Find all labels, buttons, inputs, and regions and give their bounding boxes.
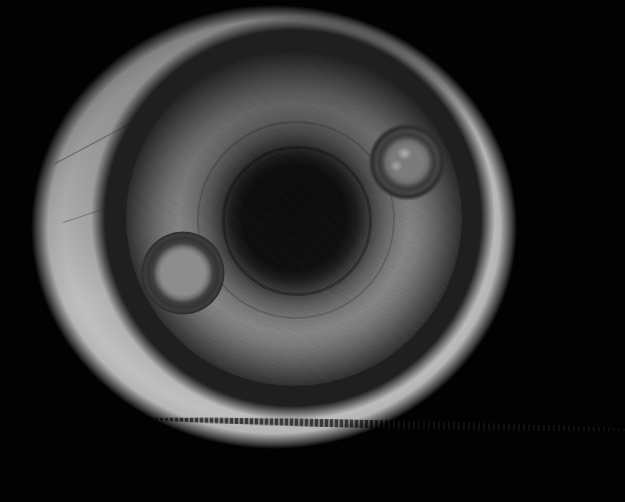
measurement-overlay [0,0,625,502]
selection-handle-top-right[interactable] [615,0,625,10]
selection-border-top [0,0,625,2]
selection-handle-top-left[interactable] [0,0,5,13]
selection-border-left [0,0,2,500]
selection-handle-bottom-right[interactable] [618,493,625,502]
selection-handle-bottom-left[interactable] [0,488,6,501]
camera-view-window [0,0,625,502]
